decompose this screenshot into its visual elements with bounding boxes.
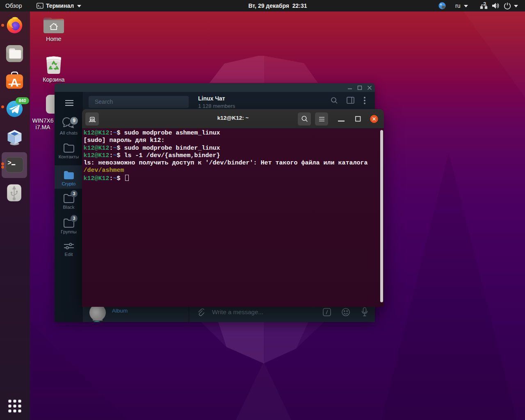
- svg-text:A: A: [10, 76, 18, 89]
- svg-text:?: ?: [483, 2, 486, 7]
- svg-text:>: >: [7, 160, 11, 167]
